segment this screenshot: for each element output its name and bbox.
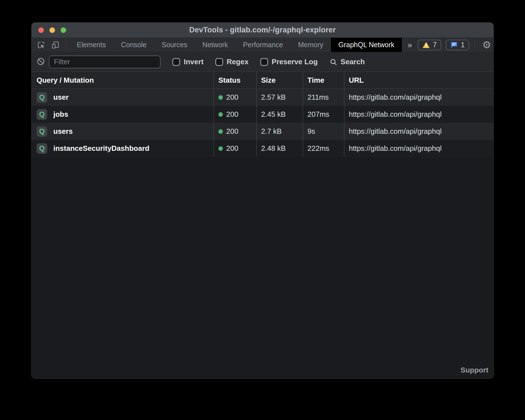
status-cell: 200: [214, 140, 256, 157]
column-header-time[interactable]: Time: [303, 72, 344, 89]
message-bubble-icon: [450, 41, 458, 49]
status-cell: 200: [214, 89, 256, 106]
query-cell: Q jobs: [32, 106, 214, 123]
tab-sources[interactable]: Sources: [154, 38, 195, 52]
status-ok-dot-icon: [218, 112, 223, 117]
query-cell: Q instanceSecurityDashboard: [32, 140, 214, 157]
tab-elements[interactable]: Elements: [69, 38, 113, 52]
status-code: 200: [226, 144, 238, 153]
size-cell: 2.57 kB: [256, 89, 303, 106]
query-name: instanceSecurityDashboard: [53, 144, 149, 153]
query-name: users: [53, 127, 73, 136]
url-cell: https://gitlab.com/api/graphql: [344, 140, 493, 157]
query-cell: Q user: [32, 89, 214, 106]
regex-checkbox-group: Regex: [215, 58, 249, 66]
toolbar-left-icons: [32, 38, 69, 52]
devtools-window: DevTools - gitlab.com/-/graphql-explorer: [31, 22, 494, 379]
table-row[interactable]: Q users 200 2.7 kB 9s https://gitlab.com…: [32, 123, 493, 140]
toolbar-divider: [66, 41, 66, 49]
preserve-log-label: Preserve Log: [272, 58, 318, 66]
clear-block-icon[interactable]: [37, 57, 45, 67]
close-window-button[interactable]: [38, 27, 44, 33]
toolbar-right-divider: [475, 41, 475, 49]
status-ok-dot-icon: [218, 95, 223, 100]
invert-label: Invert: [184, 58, 204, 66]
column-header-status[interactable]: Status: [214, 72, 256, 89]
inspect-element-icon[interactable]: [36, 40, 46, 50]
desktop-background: DevTools - gitlab.com/-/graphql-explorer: [0, 0, 525, 420]
invert-checkbox-group: Invert: [172, 58, 204, 66]
warnings-badge-button[interactable]: 7: [418, 40, 441, 50]
time-cell: 9s: [303, 123, 344, 140]
issues-count: 1: [461, 41, 465, 49]
query-name: user: [53, 93, 69, 102]
tab-performance[interactable]: Performance: [235, 38, 290, 52]
traffic-lights: [38, 23, 66, 37]
device-toolbar-icon[interactable]: [51, 40, 61, 50]
minimize-window-button[interactable]: [49, 27, 55, 33]
titlebar: DevTools - gitlab.com/-/graphql-explorer: [32, 23, 493, 38]
issues-badge-button[interactable]: 1: [446, 40, 469, 50]
url-cell: https://gitlab.com/api/graphql: [344, 106, 493, 123]
query-type-badge: Q: [37, 126, 47, 137]
tab-graphql-network[interactable]: GraphQL Network: [331, 38, 402, 52]
preserve-log-checkbox-group: Preserve Log: [260, 58, 318, 66]
query-type-badge: Q: [37, 109, 47, 120]
status-code: 200: [226, 93, 238, 102]
warning-count: 7: [433, 41, 437, 49]
panel-empty-area: Support: [32, 157, 493, 378]
devtools-tabbar: Elements Console Sources Network Perform…: [32, 38, 493, 52]
regex-checkbox[interactable]: [215, 58, 223, 66]
status-ok-dot-icon: [218, 146, 223, 151]
search-icon: [330, 58, 337, 66]
toolbar-right-cluster: 7 1 ⚙: [418, 38, 494, 52]
zoom-window-button[interactable]: [61, 27, 66, 33]
support-link[interactable]: Support: [460, 366, 488, 374]
preserve-log-checkbox[interactable]: [260, 58, 268, 66]
table-row[interactable]: Q jobs 200 2.45 kB 207ms https://gitlab.…: [32, 106, 493, 123]
table-row[interactable]: Q user 200 2.57 kB 211ms https://gitlab.…: [32, 89, 493, 106]
tab-memory[interactable]: Memory: [290, 38, 331, 52]
column-header-url[interactable]: URL: [344, 72, 493, 89]
status-cell: 200: [214, 123, 256, 140]
url-cell: https://gitlab.com/api/graphql: [344, 89, 493, 106]
more-tabs-chevron-icon[interactable]: »: [402, 38, 418, 52]
status-code: 200: [226, 110, 238, 119]
time-cell: 222ms: [303, 140, 344, 157]
time-cell: 211ms: [303, 89, 344, 106]
status-ok-dot-icon: [218, 129, 223, 134]
tab-console[interactable]: Console: [113, 38, 154, 52]
regex-label: Regex: [227, 58, 249, 66]
panel-tabs: Elements Console Sources Network Perform…: [69, 38, 402, 52]
query-name: jobs: [53, 110, 68, 119]
column-header-query-mutation[interactable]: Query / Mutation: [32, 72, 214, 89]
size-cell: 2.48 kB: [256, 140, 303, 157]
tab-network[interactable]: Network: [195, 38, 236, 52]
filter-input[interactable]: [49, 56, 161, 68]
status-cell: 200: [214, 106, 256, 123]
query-cell: Q users: [32, 123, 214, 140]
window-title: DevTools - gitlab.com/-/graphql-explorer: [189, 26, 336, 34]
query-type-badge: Q: [37, 143, 47, 154]
invert-checkbox[interactable]: [172, 58, 180, 66]
request-table-header: Query / Mutation Status Size Time URL: [32, 72, 493, 89]
time-cell: 207ms: [303, 106, 344, 123]
search-label: Search: [341, 58, 365, 66]
filter-toolbar: Invert Regex Preserve Log Search: [32, 52, 493, 72]
column-header-size[interactable]: Size: [256, 72, 303, 89]
query-type-badge: Q: [37, 92, 47, 103]
status-code: 200: [226, 127, 238, 136]
table-row[interactable]: Q instanceSecurityDashboard 200 2.48 kB …: [32, 140, 493, 157]
settings-gear-icon[interactable]: ⚙: [482, 40, 491, 50]
size-cell: 2.7 kB: [256, 123, 303, 140]
url-cell: https://gitlab.com/api/graphql: [344, 123, 493, 140]
search-button[interactable]: Search: [330, 58, 365, 66]
size-cell: 2.45 kB: [256, 106, 303, 123]
warning-triangle-icon: [422, 41, 430, 49]
